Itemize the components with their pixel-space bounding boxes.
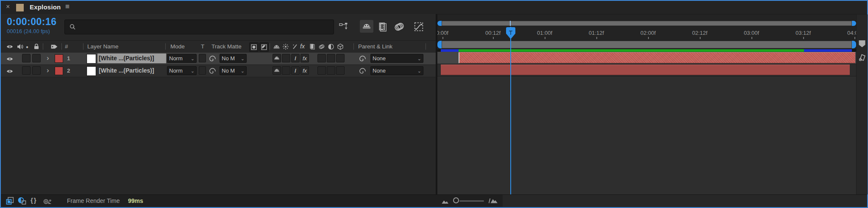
parent-dropdown[interactable]: None ⌄ (370, 66, 423, 75)
layer-row-1[interactable]: › 1 [White ...(Particles)] Norm ⌄ No M ⌄… (1, 53, 436, 65)
shy-column-icon[interactable] (273, 43, 280, 51)
blend-mode-dropdown[interactable]: Norm ⌄ (167, 54, 197, 63)
effects-switch[interactable]: fx (300, 66, 309, 75)
column-track-matte[interactable]: Track Matte (211, 43, 242, 50)
close-panel-icon[interactable]: × (6, 3, 10, 11)
motion-blur-icon[interactable] (394, 22, 404, 32)
comp-color-swatch[interactable] (16, 4, 24, 11)
frame-blending-icon[interactable] (377, 22, 387, 32)
effects-fx-icon[interactable]: fx (300, 43, 305, 50)
preserve-transparency-icon[interactable] (259, 42, 269, 52)
comp-mini-flowchart-icon[interactable] (339, 22, 349, 32)
shy-switch[interactable] (273, 66, 281, 75)
layer-thumbnail[interactable] (86, 54, 96, 64)
video-eye-icon[interactable] (6, 43, 14, 50)
quality-switch[interactable]: / (291, 54, 300, 62)
work-area-start-handle[interactable] (437, 41, 442, 48)
current-timecode[interactable]: 0:00:00:16 (7, 16, 57, 28)
time-ruler[interactable]: 0:00f 00:12f 01:00f 01:12f 02:00f 02:12f… (437, 26, 856, 40)
layer-switches-pane-icon[interactable] (5, 196, 15, 205)
panel-menu-icon[interactable]: ≡ (65, 3, 70, 11)
layer-thumbnail[interactable] (86, 66, 96, 76)
solo-icon[interactable]: ● (26, 45, 28, 49)
preserve-transparency-switch[interactable] (199, 54, 206, 62)
column-parent-link[interactable]: Parent & Link (358, 43, 392, 50)
motion-blur-switch[interactable] (327, 66, 335, 75)
3d-layer-switch[interactable] (336, 66, 345, 75)
marker-flag-icon[interactable] (858, 53, 866, 62)
layer-duration-bar[interactable] (441, 65, 850, 75)
solo-switch[interactable] (22, 66, 31, 75)
playhead-line[interactable] (510, 27, 511, 194)
frame-blend-column-icon[interactable] (309, 43, 316, 50)
blend-mode-dropdown[interactable]: Norm ⌄ (167, 66, 197, 75)
comp-marker-bin-icon[interactable] (858, 39, 866, 48)
label-color-swatch[interactable] (55, 54, 63, 63)
collapse-transformations-icon[interactable] (282, 43, 289, 50)
preserve-transparency-switch[interactable] (199, 66, 206, 75)
shy-icon (274, 67, 280, 73)
timeline-zoom-slider-track[interactable] (459, 200, 484, 202)
motion-blur-column-icon[interactable] (318, 43, 325, 50)
solo-switch[interactable] (22, 54, 31, 62)
shy-toggle-button[interactable] (360, 20, 373, 33)
quality-switch[interactable]: / (291, 66, 300, 75)
expand-layer-icon[interactable]: › (47, 66, 49, 75)
work-area-end-handle[interactable] (852, 41, 856, 48)
3d-layer-switch[interactable] (336, 54, 345, 62)
comp-tab-title[interactable]: Explosion (30, 3, 61, 11)
in-out-panes-icon[interactable]: {} (31, 197, 37, 204)
zoom-out-frames-icon[interactable] (441, 196, 451, 205)
video-eye-icon[interactable] (6, 56, 14, 62)
lock-switch[interactable] (32, 54, 41, 62)
effects-switch[interactable]: fx (300, 54, 309, 62)
layer-row-2[interactable]: › 2 [White ...(Particles)] Norm ⌄ No M ⌄… (1, 65, 436, 77)
3d-layer-icon[interactable] (337, 43, 344, 50)
lock-icon[interactable] (33, 43, 40, 50)
audio-speaker-icon[interactable] (17, 43, 24, 50)
frame-blend-switch[interactable] (317, 66, 326, 75)
expand-layer-icon[interactable]: › (47, 53, 49, 63)
zoom-in-time-icon[interactable] (488, 196, 498, 205)
navigator-start-handle[interactable] (437, 21, 442, 26)
playhead-marker[interactable] (506, 27, 516, 39)
render-time-snail-icon[interactable] (42, 196, 53, 205)
adjustment-layer-icon[interactable] (328, 43, 334, 50)
lock-switch[interactable] (32, 66, 41, 75)
timeline-navigator[interactable] (437, 20, 856, 26)
track-row-2[interactable] (437, 64, 856, 76)
track-row-1[interactable] (437, 52, 856, 64)
video-eye-icon[interactable] (6, 68, 14, 75)
motion-blur-switch[interactable] (327, 54, 335, 62)
label-tag-icon[interactable] (50, 43, 58, 51)
layer-name[interactable]: [White ...(Particles)] (97, 53, 166, 63)
track-matte-dropdown[interactable]: No M ⌄ (220, 66, 247, 75)
graph-editor-icon[interactable] (414, 22, 424, 32)
navigator-bar[interactable] (442, 21, 852, 26)
shy-switch[interactable] (273, 54, 281, 62)
collapse-switch[interactable] (282, 66, 290, 75)
track-matte-pickwhip-icon[interactable] (209, 55, 216, 62)
search-input[interactable] (64, 20, 334, 34)
work-area[interactable] (437, 40, 856, 49)
parent-pickwhip-icon[interactable] (359, 67, 366, 75)
parent-dropdown[interactable]: None ⌄ (370, 54, 423, 63)
column-mode[interactable]: Mode (170, 43, 185, 50)
parent-pickwhip-icon[interactable] (359, 55, 366, 62)
frame-blend-switch[interactable] (317, 54, 326, 62)
work-area-bar[interactable] (442, 41, 852, 48)
navigator-end-handle[interactable] (852, 21, 856, 26)
label-color-swatch[interactable] (55, 67, 63, 75)
track-matte-dropdown[interactable]: No M ⌄ (220, 54, 247, 63)
timeline-zoom-slider-knob[interactable] (453, 197, 459, 203)
quality-icon[interactable] (292, 43, 298, 50)
layer-duration-bar[interactable] (459, 52, 855, 63)
track-matte-pickwhip-icon[interactable] (209, 67, 216, 75)
alpha-matte-icon[interactable] (249, 42, 259, 52)
column-layer-name[interactable]: Layer Name (87, 43, 119, 50)
column-preserve-transparency[interactable]: T (201, 43, 204, 50)
layer-name[interactable]: [White ...(Particles)] (97, 66, 166, 76)
transfer-controls-pane-icon[interactable] (17, 196, 27, 205)
column-number[interactable]: # (65, 43, 68, 50)
collapse-switch[interactable] (282, 54, 290, 62)
